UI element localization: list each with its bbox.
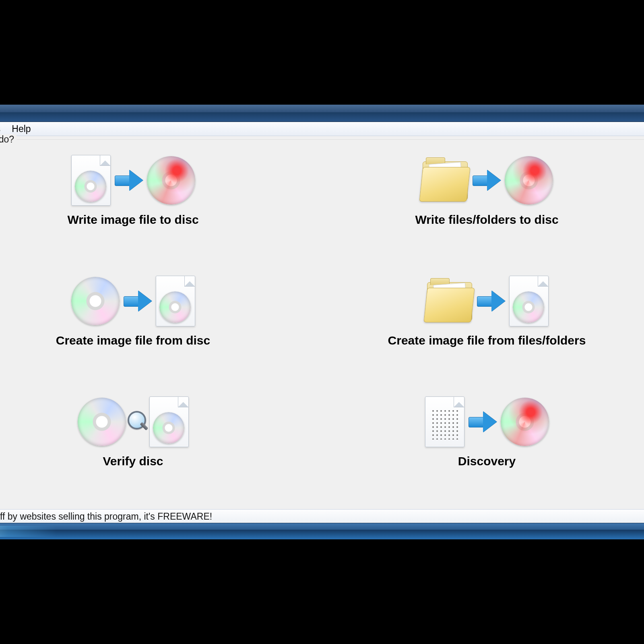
action-label: Write image file to disc <box>29 213 238 227</box>
action-label: Create image file from disc <box>29 334 238 347</box>
arrow-right-icon <box>475 289 507 313</box>
ez-mode-panel: u like to do? Write image file to disc <box>0 139 644 514</box>
folder-icon <box>421 160 469 201</box>
menu-bar: de Tools Help <box>0 122 644 136</box>
image-file-icon <box>509 276 549 326</box>
action-create-image-from-disc[interactable]: Create image file from disc <box>29 271 238 347</box>
window-titlebar[interactable] <box>0 105 644 122</box>
action-write-image-to-disc[interactable]: Write image file to disc <box>29 150 238 227</box>
arrow-right-icon <box>467 410 498 434</box>
data-sheet-icon <box>425 396 464 447</box>
image-file-icon <box>71 155 111 206</box>
image-file-icon <box>149 396 189 447</box>
panel-legend: u like to do? <box>0 134 17 145</box>
action-label: Create image file from files/folders <box>382 334 592 347</box>
disc-icon <box>71 277 120 325</box>
arrow-right-icon <box>113 168 144 192</box>
action-label: Write files/folders to disc <box>382 213 592 227</box>
disc-burn-icon <box>501 398 549 446</box>
disc-burn-icon <box>147 156 195 204</box>
action-label: Verify disc <box>29 454 238 468</box>
arrow-right-icon <box>471 168 502 192</box>
app-window: de Tools Help u like to do? <box>0 105 644 539</box>
menu-item-help[interactable]: Help <box>12 124 31 134</box>
action-label: Discovery <box>382 454 592 468</box>
action-write-files-to-disc[interactable]: Write files/folders to disc <box>382 150 592 227</box>
magnifier-icon <box>126 410 149 433</box>
disc-burn-icon <box>505 156 553 204</box>
status-text: or ripped off by websites selling this p… <box>0 511 212 522</box>
action-verify-disc[interactable]: Verify disc <box>29 392 238 468</box>
action-discovery[interactable]: Discovery <box>382 392 592 468</box>
menu-item-tools[interactable]: Tools <box>0 124 0 134</box>
taskbar[interactable] <box>0 523 644 539</box>
disc-icon <box>78 398 126 446</box>
folder-icon <box>425 281 473 322</box>
status-bar: or ripped off by websites selling this p… <box>0 509 644 523</box>
action-create-image-from-files[interactable]: Create image file from files/folders <box>382 271 592 347</box>
image-file-icon <box>156 276 195 326</box>
arrow-right-icon <box>122 289 153 313</box>
taskbar-highlight <box>0 526 56 537</box>
